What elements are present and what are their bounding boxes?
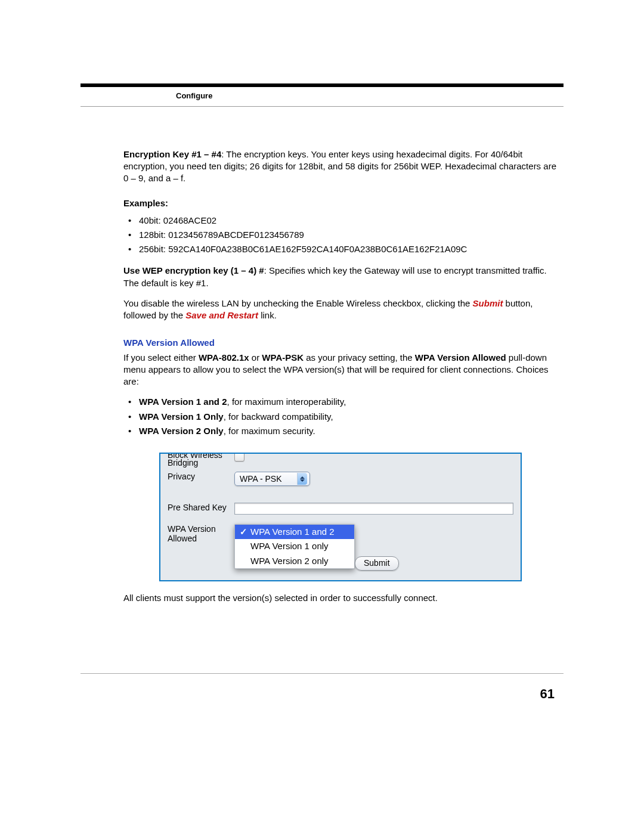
header-thick-rule xyxy=(80,83,564,87)
disable-post: link. xyxy=(258,310,277,320)
chevron-up-icon xyxy=(300,476,305,479)
choice-a-bold: WPA Version 1 and 2 xyxy=(139,397,227,407)
choice-v1-only: WPA Version 1 Only, for backward compati… xyxy=(123,411,564,423)
disable-wireless-paragraph: You disable the wireless LAN by unchecki… xyxy=(123,298,564,322)
wpa-choices-list: WPA Version 1 and 2, for maximum interop… xyxy=(123,396,564,437)
row-bridging: Bridging xyxy=(168,458,513,467)
choice-v2-only: WPA Version 2 Only, for maximum security… xyxy=(123,425,564,437)
example-40bit: 40bit: 02468ACE02 xyxy=(123,215,564,227)
figure-inner: Block Wireless Bridging Privacy WPA - PS… xyxy=(160,454,521,580)
privacy-select[interactable]: WPA - PSK xyxy=(234,472,310,486)
page-number: 61 xyxy=(540,685,555,703)
select-stepper-icon xyxy=(297,473,307,485)
after-figure-paragraph: All clients must support the version(s) … xyxy=(123,592,564,604)
submit-link-word: Submit xyxy=(473,298,503,308)
example-128bit: 128bit: 0123456789ABCDEF0123456789 xyxy=(123,229,564,241)
document-page: Configure Encryption Key #1 – #4: The en… xyxy=(0,0,644,833)
examples-heading: Examples: xyxy=(123,197,564,209)
header-section-title: Configure xyxy=(176,91,564,101)
choice-a-rest: , for maximum interoperability, xyxy=(227,397,346,407)
choice-b-rest: , for backward compatibility, xyxy=(224,411,333,422)
wpa-settings-screenshot: Block Wireless Bridging Privacy WPA - PS… xyxy=(159,453,522,581)
enc-key-label: Encryption Key #1 – #4 xyxy=(123,149,221,159)
example-256bit: 256bit: 592CA140F0A238B0C61AE162F592CA14… xyxy=(123,243,564,255)
privacy-select-value: WPA - PSK xyxy=(240,473,293,485)
choice-v1-and-2: WPA Version 1 and 2, for maximum interop… xyxy=(123,396,564,408)
footer-rule xyxy=(80,673,564,674)
row-pre-shared-key: Pre Shared Key xyxy=(168,503,513,515)
pre-shared-key-input[interactable] xyxy=(234,503,513,515)
wpa-version-paragraph: If you select either WPA-802.1x or WPA-P… xyxy=(123,352,564,388)
label-wpa-version-allowed: WPA Version Allowed xyxy=(168,524,234,543)
use-wep-label: Use WEP encryption key (1 – 4) # xyxy=(123,265,264,275)
dropdown-option-v1-only[interactable]: WPA Version 1 only xyxy=(235,539,354,553)
wpa-version-heading: WPA Version Allowed xyxy=(123,337,564,349)
label-privacy: Privacy xyxy=(168,472,234,481)
wpa-8021x-bold: WPA-802.1x xyxy=(199,352,249,363)
label-bridging: Bridging xyxy=(168,458,234,467)
body-content: Encryption Key #1 – #4: The encryption k… xyxy=(123,148,564,605)
choice-c-bold: WPA Version 2 Only xyxy=(139,426,224,436)
chevron-down-icon xyxy=(300,479,305,482)
wpa-para-mid1: or xyxy=(249,352,262,363)
wpa-version-allowed-bold: WPA Version Allowed xyxy=(415,352,506,363)
disable-pre: You disable the wireless LAN by unchecki… xyxy=(123,298,473,308)
row-privacy: Privacy WPA - PSK xyxy=(168,472,513,486)
header-thin-rule xyxy=(80,106,564,107)
choice-b-bold: WPA Version 1 Only xyxy=(139,411,224,422)
save-restart-link-word: Save and Restart xyxy=(185,310,258,320)
encryption-key-paragraph: Encryption Key #1 – #4: The encryption k… xyxy=(123,148,564,185)
label-pre-shared-key: Pre Shared Key xyxy=(168,503,234,512)
choice-c-rest: , for maximum security. xyxy=(224,426,315,436)
submit-button[interactable]: Submit xyxy=(355,556,399,571)
wpa-para-pre: If you select either xyxy=(123,352,199,363)
dropdown-option-v1-and-2[interactable]: WPA Version 1 and 2 xyxy=(235,525,354,539)
dropdown-option-v2-only[interactable]: WPA Version 2 only xyxy=(235,554,354,568)
examples-list: 40bit: 02468ACE02 128bit: 0123456789ABCD… xyxy=(123,215,564,256)
wpa-para-mid2: as your privacy setting, the xyxy=(304,352,415,363)
use-wep-paragraph: Use WEP encryption key (1 – 4) #: Specif… xyxy=(123,265,564,289)
wpa-version-dropdown[interactable]: WPA Version 1 and 2 WPA Version 1 only W… xyxy=(234,524,355,569)
wpa-psk-bold: WPA-PSK xyxy=(262,352,304,363)
